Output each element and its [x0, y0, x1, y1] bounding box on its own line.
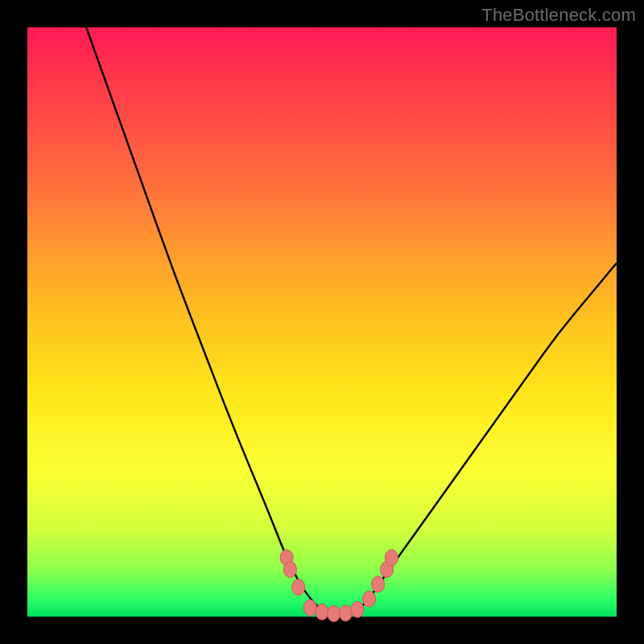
curve-marker [303, 600, 316, 616]
curve-svg [27, 27, 617, 617]
curve-marker [283, 561, 296, 577]
curve-marker [351, 601, 364, 617]
curve-markers [280, 550, 398, 622]
curve-marker [372, 576, 385, 592]
curve-marker [363, 591, 376, 607]
curve-marker [292, 579, 305, 595]
curve-marker [385, 550, 398, 566]
watermark-text: TheBottleneck.com [481, 5, 636, 26]
chart-frame: TheBottleneck.com [0, 0, 644, 644]
bottleneck-curve-path [86, 27, 617, 617]
plot-area [27, 27, 617, 617]
curve-marker [316, 604, 328, 620]
curve-marker [328, 605, 341, 621]
curve-marker [339, 605, 352, 621]
